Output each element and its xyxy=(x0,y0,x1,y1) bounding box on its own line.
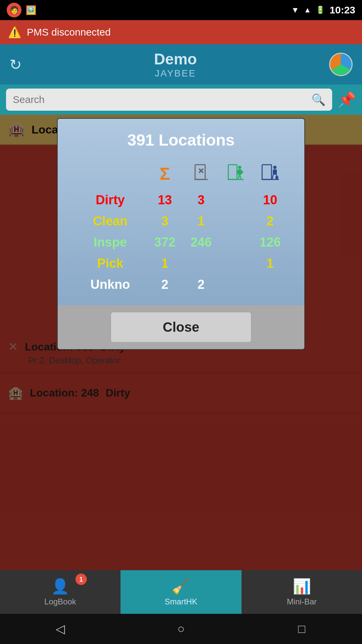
col-header-label xyxy=(74,159,147,190)
header-title: Demo xyxy=(154,50,197,68)
unkno-sigma: 2 xyxy=(147,274,183,295)
label-pick: Pick xyxy=(74,253,147,274)
bottom-nav: 👤 LogBook 1 🧹 SmartHK 📊 Mini-Bar xyxy=(0,570,362,614)
label-dirty: Dirty xyxy=(74,190,147,211)
clean-doorperson: 2 xyxy=(252,211,288,232)
logbook-label: LogBook xyxy=(44,597,76,606)
pie-chart-icon[interactable] xyxy=(329,53,353,76)
modal-overlay: 391 Locations Σ xyxy=(0,115,362,570)
svg-line-15 xyxy=(272,175,273,179)
inspe-doorexit xyxy=(219,232,252,253)
pin-icon[interactable]: 📌 xyxy=(338,91,356,108)
avatar-icon: 🧑 xyxy=(7,3,21,17)
dialog: 391 Locations Σ xyxy=(57,118,305,350)
status-left: 🧑 🖼️ xyxy=(7,3,36,17)
signal-icon: ▲ xyxy=(304,6,311,14)
minibar-label: Mini-Bar xyxy=(287,597,317,606)
smarthk-icon: 🧹 xyxy=(172,578,190,595)
svg-line-8 xyxy=(240,175,241,179)
row-pick: Pick 1 1 xyxy=(74,253,288,274)
status-bar: 🧑 🖼️ ▼ ▲ 🔋 10:23 xyxy=(0,0,362,20)
wifi-icon: ▼ xyxy=(291,5,299,15)
warning-icon: ⚠️ xyxy=(8,26,21,39)
recents-button[interactable]: □ xyxy=(290,617,313,641)
dirty-doorexit xyxy=(219,190,252,211)
time-display: 10:23 xyxy=(329,4,355,16)
search-bar: 🔍 📌 xyxy=(0,85,362,115)
search-input-wrap[interactable]: 🔍 xyxy=(6,89,332,111)
logbook-icon: 👤 xyxy=(51,578,69,595)
app-header: ↻ Demo JAYBEE xyxy=(0,44,362,85)
logbook-badge: 1 xyxy=(75,574,87,585)
minibar-icon: 📊 xyxy=(293,578,311,595)
pms-bar: ⚠️ PMS disconnected xyxy=(0,20,362,44)
svg-point-5 xyxy=(238,166,241,169)
door-exit-icon xyxy=(226,163,245,181)
stats-table: Σ xyxy=(74,159,288,295)
search-input[interactable] xyxy=(13,94,307,105)
clean-doorexit xyxy=(219,211,252,232)
row-unkno: Unkno 2 2 xyxy=(74,274,288,295)
pick-doorx xyxy=(183,253,219,274)
dirty-doorperson: 10 xyxy=(252,190,288,211)
nav-item-smarthk[interactable]: 🧹 SmartHK xyxy=(121,570,241,614)
search-icon: 🔍 xyxy=(311,93,325,106)
col-header-sigma: Σ xyxy=(147,159,183,190)
col-header-door-x xyxy=(183,159,219,190)
inspe-doorperson: 126 xyxy=(252,232,288,253)
header-center: Demo JAYBEE xyxy=(154,50,197,79)
dirty-sigma: 13 xyxy=(147,190,183,211)
clean-doorx: 1 xyxy=(183,211,219,232)
image-icon: 🖼️ xyxy=(25,5,36,15)
battery-icon: 🔋 xyxy=(316,6,325,14)
pick-doorperson: 1 xyxy=(252,253,288,274)
row-dirty: Dirty 13 3 10 xyxy=(74,190,288,211)
svg-rect-14 xyxy=(273,169,277,175)
row-clean: Clean 3 1 2 xyxy=(74,211,288,232)
pick-sigma: 1 xyxy=(147,253,183,274)
status-right: ▼ ▲ 🔋 10:23 xyxy=(291,4,355,16)
svg-marker-10 xyxy=(241,170,244,174)
dialog-body: 391 Locations Σ xyxy=(58,119,304,305)
door-person-icon xyxy=(261,163,280,181)
nav-item-logbook[interactable]: 👤 LogBook 1 xyxy=(0,570,121,614)
clean-sigma: 3 xyxy=(147,211,183,232)
content-area: 🏨 Location: 374 Pick Up ✕ Location: 933 … xyxy=(0,115,362,570)
label-inspe: Inspe xyxy=(74,232,147,253)
sys-nav: ◁ ○ □ xyxy=(0,614,362,644)
smarthk-label: SmartHK xyxy=(165,597,197,606)
row-inspe: Inspe 372 246 126 xyxy=(74,232,288,253)
header-subtitle: JAYBEE xyxy=(154,68,197,79)
close-button[interactable]: Close xyxy=(111,312,251,342)
svg-rect-12 xyxy=(262,165,272,179)
sigma-icon: Σ xyxy=(160,164,170,183)
pick-doorexit xyxy=(219,253,252,274)
dialog-footer: Close xyxy=(58,305,304,349)
unkno-doorx: 2 xyxy=(183,274,219,295)
back-button[interactable]: ◁ xyxy=(49,617,72,641)
door-x-icon xyxy=(192,163,210,181)
svg-point-13 xyxy=(273,166,277,169)
col-header-door-person xyxy=(252,159,288,190)
svg-rect-4 xyxy=(228,165,237,179)
unkno-doorperson xyxy=(252,274,288,295)
refresh-icon[interactable]: ↻ xyxy=(9,56,22,73)
dirty-doorx: 3 xyxy=(183,190,219,211)
dialog-title: 391 Locations xyxy=(74,131,288,149)
label-clean: Clean xyxy=(74,211,147,232)
inspe-sigma: 372 xyxy=(147,232,183,253)
nav-item-minibar[interactable]: 📊 Mini-Bar xyxy=(242,570,362,614)
home-button[interactable]: ○ xyxy=(169,617,193,641)
pms-text: PMS disconnected xyxy=(27,26,111,38)
label-unkno: Unkno xyxy=(74,274,147,295)
unkno-doorexit xyxy=(219,274,252,295)
col-header-door-exit xyxy=(219,159,252,190)
inspe-doorx: 246 xyxy=(183,232,219,253)
